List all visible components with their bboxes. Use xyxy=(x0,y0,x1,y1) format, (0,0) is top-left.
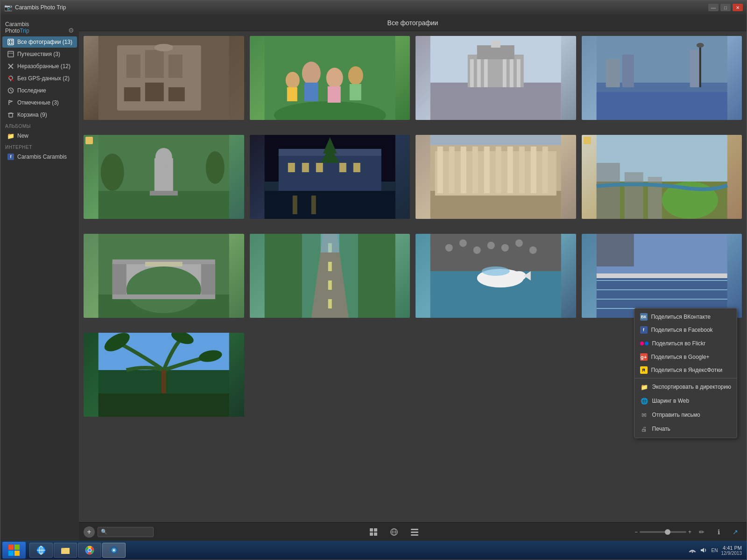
taskbar-explorer[interactable] xyxy=(54,543,77,558)
zoom-out-icon[interactable]: − xyxy=(634,529,638,535)
photo-12[interactable] xyxy=(582,234,742,318)
context-share-gplus[interactable]: g+ Поделиться в Google+ xyxy=(634,350,737,364)
map-view-button[interactable] xyxy=(388,525,401,539)
svg-rect-71 xyxy=(316,163,323,172)
sidebar-item-carambis[interactable]: f Carambis Carambis xyxy=(2,151,77,162)
add-button[interactable]: + xyxy=(84,526,95,538)
photo-grid-container[interactable]: ВК Поделиться ВКонтакте f Поделиться в F… xyxy=(79,31,747,522)
edit-button[interactable]: ✏ xyxy=(695,525,708,539)
photo-cell-5[interactable] xyxy=(84,135,244,219)
zoom-slider[interactable] xyxy=(640,531,686,533)
svg-rect-78 xyxy=(311,196,316,214)
context-share-yd[interactable]: Я Поделиться в ЯндексФотки xyxy=(634,364,737,377)
export-dir-label: Экспортировать в директорию xyxy=(652,384,731,390)
sidebar-item-unsorted[interactable]: Неразобранные (12) xyxy=(2,61,77,72)
photo-4[interactable] xyxy=(582,36,742,120)
photo-10[interactable] xyxy=(250,234,410,318)
svg-rect-137 xyxy=(596,273,727,278)
photo-13[interactable] xyxy=(84,333,244,417)
taskbar-time: 4:41 PM 12/9/2013 xyxy=(721,545,742,556)
svg-line-14 xyxy=(11,91,12,91)
sidebar-item-flagged[interactable]: Отмеченные (3) xyxy=(2,97,77,108)
start-button[interactable] xyxy=(2,542,26,559)
photo-cell-3[interactable] xyxy=(416,36,576,120)
new-album-icon: 📁 xyxy=(7,132,14,140)
photo-8[interactable] xyxy=(582,135,742,219)
photo-3[interactable] xyxy=(416,36,576,120)
tray-volume-icon[interactable] xyxy=(699,546,708,555)
flagged-label: Отмеченные (3) xyxy=(17,99,59,106)
sidebar-item-trips[interactable]: Путешествия (3) xyxy=(2,49,77,60)
settings-gear-icon[interactable]: ⚙ xyxy=(68,27,74,34)
search-box[interactable]: 🔍 xyxy=(98,527,154,537)
svg-rect-52 xyxy=(606,59,620,87)
photo-9[interactable] xyxy=(84,234,244,318)
photo-cell-4[interactable] xyxy=(582,36,742,120)
sidebar-item-trash[interactable]: Корзина (9) xyxy=(2,109,77,120)
photo-11[interactable] xyxy=(416,234,576,318)
photo-cell-10[interactable] xyxy=(250,234,410,318)
photo-6[interactable] xyxy=(250,135,410,219)
sidebar-item-recent[interactable]: Последние xyxy=(2,85,77,96)
photo-cell-6[interactable] xyxy=(250,135,410,219)
titlebar-controls: — □ ✕ xyxy=(708,4,743,11)
photo-1[interactable] xyxy=(84,36,244,120)
svg-rect-24 xyxy=(169,55,183,78)
photo-cell-11[interactable] xyxy=(416,234,576,318)
photo-cell-13[interactable] xyxy=(84,333,244,417)
context-share-vk[interactable]: ВК Поделиться ВКонтакте xyxy=(634,310,737,323)
close-button[interactable]: ✕ xyxy=(733,4,743,11)
context-share-fb[interactable]: f Поделиться в Facebook xyxy=(634,323,737,336)
share-button[interactable]: ↗ xyxy=(729,525,742,539)
context-share-flickr[interactable]: Поделиться во Flickr xyxy=(634,336,737,350)
search-input[interactable] xyxy=(109,529,147,535)
svg-rect-96 xyxy=(596,163,620,219)
svg-rect-53 xyxy=(622,55,634,87)
info-button[interactable]: ℹ xyxy=(712,525,725,539)
svg-rect-146 xyxy=(99,393,229,417)
photo-cell-1[interactable] xyxy=(84,36,244,120)
carambis-label: Carambis Carambis xyxy=(17,154,67,160)
svg-rect-85 xyxy=(461,147,466,193)
photo-cell-8[interactable] xyxy=(582,135,742,219)
zoom-knob[interactable] xyxy=(665,529,670,535)
taskbar-ie[interactable] xyxy=(29,543,53,558)
tray-lang-icon[interactable]: EN xyxy=(710,546,719,555)
tray-network-icon[interactable] xyxy=(688,546,697,555)
context-share-web[interactable]: 🌐 Шаринг в Web xyxy=(634,394,737,408)
photo-7[interactable] xyxy=(416,135,576,219)
context-export-dir[interactable]: 📁 Экспортировать в директорию xyxy=(634,380,737,394)
svg-point-130 xyxy=(482,266,510,276)
sidebar-item-new-album[interactable]: 📁 New xyxy=(2,130,77,141)
svg-rect-34 xyxy=(327,86,340,103)
window-title: Carambis Photo Trip xyxy=(15,4,66,11)
svg-rect-120 xyxy=(430,234,561,271)
photo-cell-7[interactable] xyxy=(416,135,576,219)
photo-cell-9[interactable] xyxy=(84,234,244,318)
svg-point-56 xyxy=(696,43,704,48)
svg-rect-147 xyxy=(370,528,373,532)
taskbar-phototrip[interactable] xyxy=(102,543,126,558)
svg-rect-45 xyxy=(477,59,481,87)
sidebar-item-all-photos[interactable]: Все фотографии (13) xyxy=(2,36,77,48)
grid-view-button[interactable] xyxy=(367,525,380,539)
sidebar-item-no-gps[interactable]: Без GPS-данных (2) xyxy=(2,73,77,84)
context-print[interactable]: 🖨 Печать xyxy=(634,422,737,436)
svg-rect-149 xyxy=(370,532,373,536)
context-send-email[interactable]: ✉ Отправить письмо xyxy=(634,408,737,422)
list-view-button[interactable] xyxy=(408,525,421,539)
zoom-in-icon[interactable]: + xyxy=(688,529,691,535)
main-window: 📷 Carambis Photo Trip — □ ✕ Carambis Pho… xyxy=(0,0,747,560)
export-folder-icon: 📁 xyxy=(640,383,648,391)
maximize-button[interactable]: □ xyxy=(720,4,731,11)
photo-cell-12[interactable] xyxy=(582,234,742,318)
minimize-button[interactable]: — xyxy=(708,4,719,11)
svg-rect-91 xyxy=(531,147,536,193)
photo-cell-2[interactable] xyxy=(250,36,410,120)
svg-rect-166 xyxy=(61,549,70,554)
photo-5[interactable] xyxy=(84,135,244,219)
photo-2[interactable] xyxy=(250,36,410,120)
svg-rect-86 xyxy=(472,147,478,193)
svg-point-127 xyxy=(529,246,537,254)
taskbar-chrome[interactable] xyxy=(78,543,101,558)
